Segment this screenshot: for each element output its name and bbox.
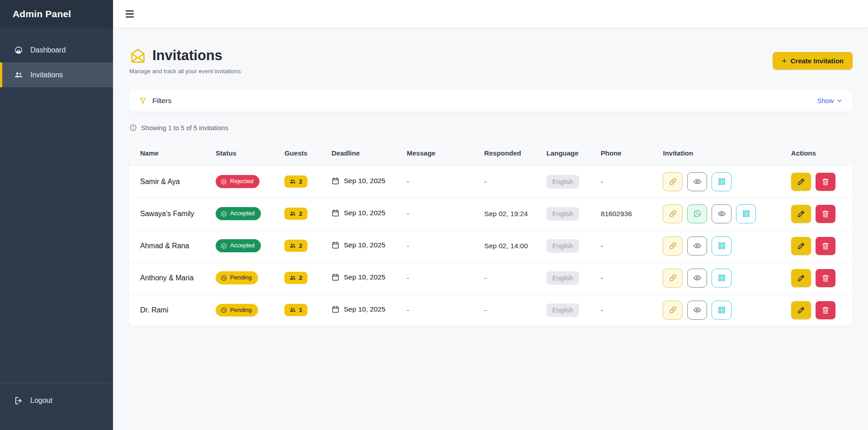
cell-status: Accepted [216, 230, 284, 262]
circle-check-icon [221, 243, 227, 249]
sidebar-item-invitations[interactable]: Invitations [0, 62, 113, 87]
cell-language: English [547, 198, 601, 230]
column-header-message: Message [407, 141, 484, 165]
qr-code-button[interactable] [736, 204, 756, 223]
cell-message: - [407, 198, 484, 230]
cell-guests: 1 [284, 294, 331, 326]
calendar-icon [331, 273, 340, 281]
calendar-icon [331, 209, 340, 217]
link-button[interactable] [663, 172, 683, 191]
trash-icon [821, 306, 830, 314]
eye-button[interactable] [687, 301, 707, 320]
users-icon [289, 307, 296, 313]
eye-button[interactable] [687, 172, 707, 191]
create-invitation-button[interactable]: + Create Invitation [773, 52, 853, 70]
qr-code-icon [717, 177, 726, 186]
guests-badge: 2 [284, 208, 307, 220]
link-icon [669, 274, 677, 282]
qr-code-button[interactable] [712, 269, 731, 288]
logout-button[interactable]: Logout [0, 389, 113, 412]
column-header-deadline: Deadline [331, 141, 407, 165]
column-header-guests: Guests [284, 141, 331, 165]
eye-button[interactable] [687, 269, 707, 288]
deadline-date: Sep 10, 2025 [344, 273, 385, 281]
app-window: Admin Panel Dashboard Invitations Logou [0, 0, 868, 430]
sidebar-item-label: Dashboard [30, 46, 66, 54]
eye-button[interactable] [687, 236, 707, 255]
calendar-icon [331, 305, 340, 313]
logout-icon [14, 396, 23, 405]
page-content: Invitations Manage and track all your ev… [113, 28, 868, 430]
page-subtitle: Manage and track all your event invitati… [129, 68, 241, 75]
cell-deadline: Sep 10, 2025 [331, 294, 407, 326]
column-header-invitation: Invitation [663, 141, 791, 165]
language-badge: English [547, 239, 579, 253]
cell-name: Dr. Rami [129, 294, 216, 326]
eye-button[interactable] [712, 204, 731, 223]
delete-button[interactable] [816, 269, 835, 287]
qr-code-button[interactable] [712, 236, 731, 255]
table-row: Samir & Aya Rejected 2 Sep 10, 2025 - - … [129, 165, 853, 198]
language-badge: English [547, 271, 579, 285]
cell-invitation [663, 294, 791, 326]
sidebar-item-dashboard[interactable]: Dashboard [0, 38, 113, 62]
hamburger-menu-button[interactable] [124, 9, 136, 19]
logout-label: Logout [30, 397, 52, 405]
invitee-name: Dr. Rami [140, 306, 168, 314]
trash-icon [821, 274, 830, 282]
column-header-actions: Actions [791, 141, 853, 165]
status-badge: Accepted [216, 207, 261, 220]
edit-button[interactable] [791, 173, 811, 191]
cell-responded: Sep 02, 14:00 [484, 230, 547, 262]
info-icon [129, 124, 137, 132]
delete-button[interactable] [816, 301, 835, 319]
link-button[interactable] [663, 204, 683, 223]
cell-actions [791, 294, 853, 326]
cell-actions [791, 198, 853, 230]
sidebar-nav: Dashboard Invitations [0, 28, 113, 383]
eye-icon [693, 274, 702, 282]
cell-message: - [407, 165, 484, 198]
circle-check-icon [221, 211, 227, 217]
delete-button[interactable] [816, 205, 835, 223]
filters-show-toggle[interactable]: Show [817, 97, 843, 104]
edit-button[interactable] [791, 205, 811, 223]
page-header: Invitations Manage and track all your ev… [129, 47, 853, 75]
app-title: Admin Panel [0, 0, 113, 28]
cell-name: Samir & Aya [129, 165, 216, 198]
trash-icon [821, 178, 830, 186]
cell-phone: - [601, 262, 663, 294]
cell-deadline: Sep 10, 2025 [331, 262, 407, 294]
cell-invitation [663, 230, 791, 262]
deadline-date: Sep 10, 2025 [344, 241, 385, 249]
qr-code-icon [742, 209, 750, 218]
pencil-icon [797, 210, 805, 218]
cell-guests: 2 [284, 230, 331, 262]
edit-button[interactable] [791, 301, 811, 319]
qr-code-icon [717, 241, 726, 250]
link-button[interactable] [663, 269, 683, 288]
status-badge: Pending [216, 304, 258, 317]
deadline-date: Sep 10, 2025 [344, 305, 385, 313]
delete-button[interactable] [816, 237, 835, 255]
cell-name: Ahmad & Rana [129, 230, 216, 262]
link-button[interactable] [663, 236, 683, 255]
chevron-down-icon [836, 98, 843, 104]
link-icon [669, 177, 677, 186]
table-row: Sawaya's Family Accepted 2 Sep 10, 2025 … [129, 198, 853, 230]
whatsapp-button[interactable] [687, 204, 707, 223]
link-button[interactable] [663, 301, 683, 320]
circle-x-icon [221, 179, 227, 185]
guests-count: 2 [299, 274, 302, 281]
cell-message: - [407, 262, 484, 294]
qr-code-button[interactable] [712, 172, 731, 191]
language-badge: English [547, 175, 579, 189]
cell-invitation [663, 262, 791, 294]
qr-code-button[interactable] [712, 301, 731, 320]
status-badge: Rejected [216, 175, 259, 188]
edit-button[interactable] [791, 269, 811, 287]
edit-button[interactable] [791, 237, 811, 255]
delete-button[interactable] [816, 173, 835, 191]
calendar-icon [331, 177, 340, 185]
cell-invitation [663, 165, 791, 198]
